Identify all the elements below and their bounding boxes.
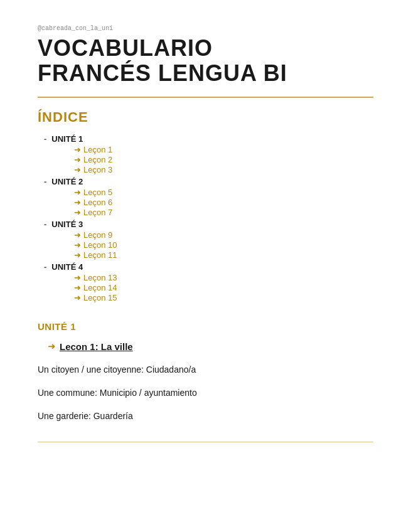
- toc-unite-name: UNITÉ 1: [51, 134, 83, 144]
- toc-lecon-item: ➜Leçon 3: [74, 165, 373, 174]
- toc-arrow-icon: ➜: [74, 293, 81, 302]
- toc-arrow-icon: ➜: [74, 208, 81, 217]
- toc-lecon-item: ➜Leçon 2: [74, 155, 373, 164]
- toc-lecon-item: ➜Leçon 1: [74, 145, 373, 154]
- toc-arrow-icon: ➜: [74, 145, 81, 154]
- toc-lecon-name: Leçon 6: [83, 198, 112, 207]
- toc-lecon-name: Leçon 11: [83, 250, 117, 260]
- toc-unite-label: -UNITÉ 1: [44, 134, 373, 144]
- toc-arrow-icon: ➜: [74, 283, 81, 292]
- toc-unite-item: -UNITÉ 1➜Leçon 1➜Leçon 2➜Leçon 3: [44, 134, 373, 174]
- toc-lecon-item: ➜Leçon 10: [74, 240, 373, 250]
- toc-lecon-name: Leçon 13: [83, 273, 117, 282]
- toc-unite-item: -UNITÉ 4➜Leçon 13➜Leçon 14➜Leçon 15: [44, 262, 373, 302]
- toc-lecon-item: ➜Leçon 9: [74, 230, 373, 240]
- toc-dash: -: [44, 262, 46, 272]
- lecon-heading: ➜ Lecon 1: La ville: [38, 341, 373, 352]
- toc-arrow-icon: ➜: [74, 155, 81, 164]
- toc-lecon-list: ➜Leçon 5➜Leçon 6➜Leçon 7: [44, 188, 373, 217]
- page: @cabreada_con_la_uni VOCABULARIO FRANCÉS…: [0, 0, 411, 532]
- toc-lecon-item: ➜Leçon 14: [74, 283, 373, 292]
- toc-lecon-list: ➜Leçon 13➜Leçon 14➜Leçon 15: [44, 273, 373, 302]
- toc-lecon-name: Leçon 9: [83, 230, 112, 240]
- toc-lecon-name: Leçon 7: [83, 208, 112, 217]
- toc-lecon-name: Leçon 2: [83, 155, 112, 164]
- toc-arrow-icon: ➜: [74, 230, 81, 240]
- toc-lecon-item: ➜Leçon 5: [74, 188, 373, 197]
- toc-lecon-name: Leçon 5: [83, 188, 112, 197]
- toc-unite-name: UNITÉ 2: [51, 177, 83, 186]
- toc-lecon-item: ➜Leçon 6: [74, 198, 373, 207]
- toc-arrow-icon: ➜: [74, 250, 81, 260]
- toc-unite-name: UNITÉ 4: [51, 262, 83, 272]
- title-divider: [38, 97, 373, 98]
- lecon-arrow-icon: ➜: [48, 341, 56, 352]
- toc-lecon-name: Leçon 10: [83, 240, 117, 250]
- toc-unite-label: -UNITÉ 2: [44, 177, 373, 186]
- toc-dash: -: [44, 220, 46, 229]
- toc-unite-label: -UNITÉ 4: [44, 262, 373, 272]
- toc-arrow-icon: ➜: [74, 240, 81, 250]
- toc-dash: -: [44, 134, 46, 144]
- section-unite-title: UNITÉ 1: [38, 321, 373, 332]
- toc-lecon-name: Leçon 14: [83, 283, 117, 292]
- bottom-divider: [38, 442, 373, 442]
- toc-lecon-item: ➜Leçon 7: [74, 208, 373, 217]
- vocab-entry: Un citoyen / une citoyenne: Ciudadano/a: [38, 363, 373, 376]
- toc-unite-name: UNITÉ 3: [51, 220, 83, 229]
- toc-arrow-icon: ➜: [74, 198, 81, 207]
- table-of-contents: -UNITÉ 1➜Leçon 1➜Leçon 2➜Leçon 3-UNITÉ 2…: [38, 134, 373, 302]
- lecon-heading-text: Lecon 1: La ville: [60, 341, 133, 352]
- toc-unite-item: -UNITÉ 2➜Leçon 5➜Leçon 6➜Leçon 7: [44, 177, 373, 217]
- toc-unite-label: -UNITÉ 3: [44, 220, 373, 229]
- vocab-entry: Une commune: Municipio / ayuntamiento: [38, 386, 373, 400]
- toc-arrow-icon: ➜: [74, 165, 81, 174]
- main-title: VOCABULARIO FRANCÉS LENGUA BI: [38, 36, 373, 85]
- vocab-entry: Une garderie: Guardería: [38, 410, 373, 423]
- toc-lecon-name: Leçon 15: [83, 293, 117, 302]
- toc-unite-item: -UNITÉ 3➜Leçon 9➜Leçon 10➜Leçon 11: [44, 220, 373, 260]
- toc-dash: -: [44, 177, 46, 186]
- toc-lecon-item: ➜Leçon 15: [74, 293, 373, 302]
- toc-arrow-icon: ➜: [74, 273, 81, 282]
- toc-lecon-list: ➜Leçon 9➜Leçon 10➜Leçon 11: [44, 230, 373, 260]
- toc-lecon-item: ➜Leçon 11: [74, 250, 373, 260]
- toc-arrow-icon: ➜: [74, 188, 81, 197]
- index-title: ÍNDICE: [38, 109, 373, 125]
- toc-lecon-name: Leçon 1: [83, 145, 112, 154]
- toc-lecon-item: ➜Leçon 13: [74, 273, 373, 282]
- toc-lecon-list: ➜Leçon 1➜Leçon 2➜Leçon 3: [44, 145, 373, 174]
- handle-username: @cabreada_con_la_uni: [38, 25, 373, 32]
- toc-lecon-name: Leçon 3: [83, 165, 112, 174]
